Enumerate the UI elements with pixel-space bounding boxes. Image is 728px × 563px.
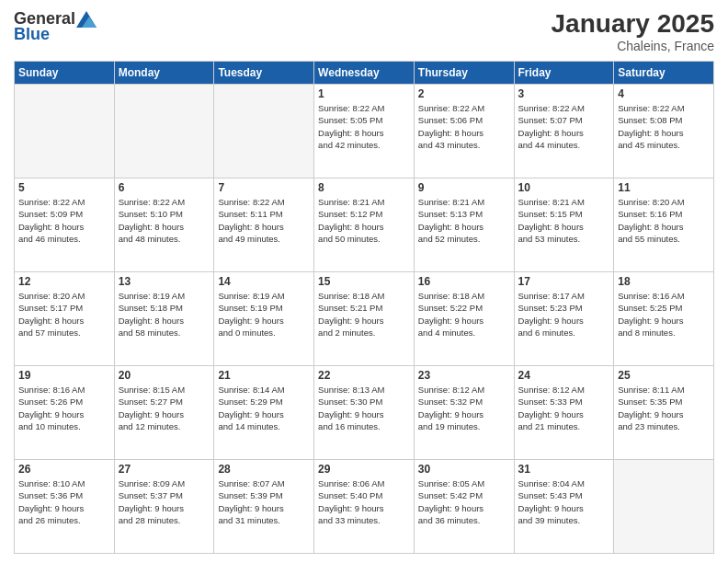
calendar-body: 1Sunrise: 8:22 AM Sunset: 5:05 PM Daylig… <box>15 85 714 554</box>
day-number: 8 <box>318 181 410 194</box>
day-number: 29 <box>318 463 410 476</box>
day-info: Sunrise: 8:20 AM Sunset: 5:17 PM Dayligh… <box>18 290 110 339</box>
day-number: 17 <box>518 275 610 288</box>
day-number: 28 <box>218 463 310 476</box>
day-info: Sunrise: 8:19 AM Sunset: 5:18 PM Dayligh… <box>119 290 210 339</box>
day-number: 1 <box>318 87 410 100</box>
day-number: 25 <box>618 369 710 382</box>
col-monday: Monday <box>114 62 214 85</box>
calendar-cell: 17Sunrise: 8:17 AM Sunset: 5:23 PM Dayli… <box>514 272 614 366</box>
calendar-cell: 5Sunrise: 8:22 AM Sunset: 5:09 PM Daylig… <box>15 178 115 272</box>
calendar-cell: 15Sunrise: 8:18 AM Sunset: 5:21 PM Dayli… <box>314 272 415 366</box>
calendar-cell: 12Sunrise: 8:20 AM Sunset: 5:17 PM Dayli… <box>15 272 115 366</box>
calendar-cell: 3Sunrise: 8:22 AM Sunset: 5:07 PM Daylig… <box>514 85 614 178</box>
day-number: 9 <box>418 181 510 194</box>
calendar-cell: 14Sunrise: 8:19 AM Sunset: 5:19 PM Dayli… <box>214 272 314 366</box>
day-info: Sunrise: 8:09 AM Sunset: 5:37 PM Dayligh… <box>119 477 210 526</box>
col-saturday: Saturday <box>614 62 714 85</box>
day-info: Sunrise: 8:22 AM Sunset: 5:10 PM Dayligh… <box>119 196 210 245</box>
col-friday: Friday <box>514 62 614 85</box>
day-info: Sunrise: 8:13 AM Sunset: 5:30 PM Dayligh… <box>318 384 410 432</box>
day-info: Sunrise: 8:18 AM Sunset: 5:21 PM Dayligh… <box>318 290 410 339</box>
calendar-cell: 31Sunrise: 8:04 AM Sunset: 5:43 PM Dayli… <box>514 460 614 554</box>
day-number: 21 <box>218 369 310 382</box>
day-info: Sunrise: 8:18 AM Sunset: 5:22 PM Dayligh… <box>418 290 510 339</box>
day-number: 14 <box>218 275 310 288</box>
calendar-cell: 11Sunrise: 8:20 AM Sunset: 5:16 PM Dayli… <box>614 178 714 272</box>
main-container: General Blue January 2025 Chaleins, Fran… <box>0 0 728 563</box>
calendar-cell: 7Sunrise: 8:22 AM Sunset: 5:11 PM Daylig… <box>214 178 314 272</box>
calendar-cell: 20Sunrise: 8:15 AM Sunset: 5:27 PM Dayli… <box>114 366 214 460</box>
calendar-title: January 2025 <box>552 9 714 39</box>
day-info: Sunrise: 8:22 AM Sunset: 5:06 PM Dayligh… <box>418 102 510 151</box>
col-tuesday: Tuesday <box>214 62 314 85</box>
day-info: Sunrise: 8:15 AM Sunset: 5:27 PM Dayligh… <box>119 384 210 432</box>
calendar-cell <box>114 85 214 178</box>
day-number: 10 <box>518 181 610 194</box>
day-info: Sunrise: 8:22 AM Sunset: 5:09 PM Dayligh… <box>18 196 110 245</box>
calendar-cell: 19Sunrise: 8:16 AM Sunset: 5:26 PM Dayli… <box>15 366 115 460</box>
day-info: Sunrise: 8:22 AM Sunset: 5:05 PM Dayligh… <box>318 102 410 151</box>
calendar-cell <box>15 85 115 178</box>
day-info: Sunrise: 8:19 AM Sunset: 5:19 PM Dayligh… <box>218 290 310 339</box>
day-info: Sunrise: 8:22 AM Sunset: 5:08 PM Dayligh… <box>618 102 710 151</box>
day-number: 7 <box>218 181 310 194</box>
calendar-cell: 9Sunrise: 8:21 AM Sunset: 5:13 PM Daylig… <box>414 178 514 272</box>
day-info: Sunrise: 8:17 AM Sunset: 5:23 PM Dayligh… <box>518 290 610 339</box>
col-sunday: Sunday <box>15 62 115 85</box>
logo-icon <box>76 11 97 28</box>
day-number: 5 <box>18 181 110 194</box>
calendar-cell: 16Sunrise: 8:18 AM Sunset: 5:22 PM Dayli… <box>414 272 514 366</box>
day-number: 11 <box>618 181 710 194</box>
day-info: Sunrise: 8:16 AM Sunset: 5:26 PM Dayligh… <box>18 384 110 432</box>
day-number: 24 <box>518 369 610 382</box>
day-info: Sunrise: 8:06 AM Sunset: 5:40 PM Dayligh… <box>318 477 410 526</box>
calendar-cell: 13Sunrise: 8:19 AM Sunset: 5:18 PM Dayli… <box>114 272 214 366</box>
calendar-cell: 18Sunrise: 8:16 AM Sunset: 5:25 PM Dayli… <box>614 272 714 366</box>
day-number: 31 <box>518 463 610 476</box>
day-info: Sunrise: 8:21 AM Sunset: 5:12 PM Dayligh… <box>318 196 410 245</box>
day-info: Sunrise: 8:12 AM Sunset: 5:33 PM Dayligh… <box>518 384 610 432</box>
day-number: 6 <box>119 181 210 194</box>
logo: General Blue <box>14 9 97 44</box>
calendar-cell: 8Sunrise: 8:21 AM Sunset: 5:12 PM Daylig… <box>314 178 415 272</box>
col-thursday: Thursday <box>414 62 514 85</box>
day-number: 15 <box>318 275 410 288</box>
day-info: Sunrise: 8:04 AM Sunset: 5:43 PM Dayligh… <box>518 477 610 526</box>
calendar-header-row: Sunday Monday Tuesday Wednesday Thursday… <box>15 62 714 85</box>
day-number: 26 <box>18 463 110 476</box>
day-number: 20 <box>119 369 210 382</box>
calendar-cell: 24Sunrise: 8:12 AM Sunset: 5:33 PM Dayli… <box>514 366 614 460</box>
calendar-cell: 2Sunrise: 8:22 AM Sunset: 5:06 PM Daylig… <box>414 85 514 178</box>
day-info: Sunrise: 8:22 AM Sunset: 5:11 PM Dayligh… <box>218 196 310 245</box>
logo-blue-text: Blue <box>14 25 50 44</box>
calendar-cell: 30Sunrise: 8:05 AM Sunset: 5:42 PM Dayli… <box>414 460 514 554</box>
calendar-cell: 28Sunrise: 8:07 AM Sunset: 5:39 PM Dayli… <box>214 460 314 554</box>
calendar-cell: 23Sunrise: 8:12 AM Sunset: 5:32 PM Dayli… <box>414 366 514 460</box>
day-info: Sunrise: 8:21 AM Sunset: 5:15 PM Dayligh… <box>518 196 610 245</box>
calendar-table: Sunday Monday Tuesday Wednesday Thursday… <box>14 61 714 554</box>
day-info: Sunrise: 8:10 AM Sunset: 5:36 PM Dayligh… <box>18 477 110 526</box>
day-info: Sunrise: 8:07 AM Sunset: 5:39 PM Dayligh… <box>218 477 310 526</box>
day-number: 27 <box>119 463 210 476</box>
calendar-week-4: 19Sunrise: 8:16 AM Sunset: 5:26 PM Dayli… <box>15 366 714 460</box>
calendar-cell: 4Sunrise: 8:22 AM Sunset: 5:08 PM Daylig… <box>614 85 714 178</box>
calendar-cell <box>214 85 314 178</box>
calendar-week-3: 12Sunrise: 8:20 AM Sunset: 5:17 PM Dayli… <box>15 272 714 366</box>
calendar-week-2: 5Sunrise: 8:22 AM Sunset: 5:09 PM Daylig… <box>15 178 714 272</box>
calendar-cell: 22Sunrise: 8:13 AM Sunset: 5:30 PM Dayli… <box>314 366 415 460</box>
day-number: 23 <box>418 369 510 382</box>
day-number: 4 <box>618 87 710 100</box>
calendar-cell: 29Sunrise: 8:06 AM Sunset: 5:40 PM Dayli… <box>314 460 415 554</box>
day-info: Sunrise: 8:20 AM Sunset: 5:16 PM Dayligh… <box>618 196 710 245</box>
day-info: Sunrise: 8:21 AM Sunset: 5:13 PM Dayligh… <box>418 196 510 245</box>
calendar-cell <box>614 460 714 554</box>
day-number: 18 <box>618 275 710 288</box>
day-number: 12 <box>18 275 110 288</box>
day-number: 22 <box>318 369 410 382</box>
header: General Blue January 2025 Chaleins, Fran… <box>14 9 714 53</box>
calendar-cell: 26Sunrise: 8:10 AM Sunset: 5:36 PM Dayli… <box>15 460 115 554</box>
day-number: 30 <box>418 463 510 476</box>
day-number: 3 <box>518 87 610 100</box>
calendar-week-1: 1Sunrise: 8:22 AM Sunset: 5:05 PM Daylig… <box>15 85 714 178</box>
